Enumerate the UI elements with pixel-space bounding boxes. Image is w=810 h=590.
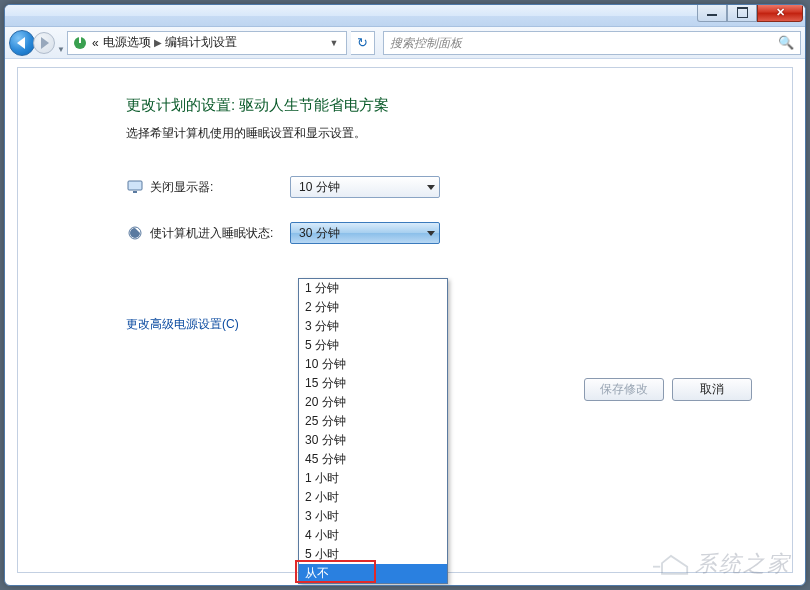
sleep-dropdown-list[interactable]: 1 分钟2 分钟3 分钟5 分钟10 分钟15 分钟20 分钟25 分钟30 分…	[298, 278, 448, 584]
address-dropdown-icon[interactable]: ▼	[326, 38, 342, 48]
breadcrumb-part1[interactable]: 电源选项	[103, 34, 151, 51]
minimize-button[interactable]	[697, 4, 727, 22]
turn-off-display-value: 10 分钟	[299, 179, 427, 196]
dropdown-option[interactable]: 2 小时	[299, 488, 447, 507]
dropdown-option[interactable]: 15 分钟	[299, 374, 447, 393]
chevron-down-icon	[427, 231, 435, 236]
dropdown-option[interactable]: 10 分钟	[299, 355, 447, 374]
row-turn-off-display: 关闭显示器: 10 分钟	[126, 176, 792, 198]
monitor-icon	[126, 178, 144, 196]
sleep-icon	[126, 224, 144, 242]
dropdown-option[interactable]: 30 分钟	[299, 431, 447, 450]
window-frame: ▼ « 电源选项 ▶ 编辑计划设置 ▼ ↻ 🔍 更改计划的设置: 驱动人生节能省…	[4, 4, 806, 586]
power-plan-icon	[72, 35, 88, 51]
titlebar	[5, 5, 805, 27]
close-button[interactable]	[757, 4, 803, 22]
chevron-down-icon	[427, 185, 435, 190]
advanced-power-settings-link[interactable]: 更改高级电源设置(C)	[126, 316, 239, 333]
address-bar[interactable]: « 电源选项 ▶ 编辑计划设置 ▼	[67, 31, 347, 55]
dropdown-option[interactable]: 5 分钟	[299, 336, 447, 355]
back-button[interactable]	[9, 30, 35, 56]
dropdown-option[interactable]: 从不	[299, 564, 447, 583]
svg-rect-2	[128, 181, 142, 190]
search-icon: 🔍	[778, 35, 794, 50]
dropdown-option[interactable]: 2 分钟	[299, 298, 447, 317]
dropdown-option[interactable]: 25 分钟	[299, 412, 447, 431]
dropdown-option[interactable]: 1 小时	[299, 469, 447, 488]
turn-off-display-combo[interactable]: 10 分钟	[290, 176, 440, 198]
search-input[interactable]	[390, 36, 778, 50]
nav-bar: ▼ « 电源选项 ▶ 编辑计划设置 ▼ ↻ 🔍	[5, 27, 805, 59]
svg-rect-3	[133, 191, 137, 193]
sleep-combo[interactable]: 30 分钟	[290, 222, 440, 244]
footer-buttons: 保存修改 取消	[584, 378, 752, 401]
svg-rect-1	[79, 37, 81, 43]
sleep-label: 使计算机进入睡眠状态:	[150, 225, 290, 242]
dropdown-option[interactable]: 3 小时	[299, 507, 447, 526]
maximize-button[interactable]	[727, 4, 757, 22]
dropdown-option[interactable]: 3 分钟	[299, 317, 447, 336]
dropdown-option[interactable]: 20 分钟	[299, 393, 447, 412]
dropdown-option[interactable]: 4 小时	[299, 526, 447, 545]
refresh-button[interactable]: ↻	[351, 31, 375, 55]
cancel-button[interactable]: 取消	[672, 378, 752, 401]
dropdown-option[interactable]: 5 小时	[299, 545, 447, 564]
window-controls	[697, 4, 803, 22]
save-button[interactable]: 保存修改	[584, 378, 664, 401]
nav-history: ▼	[9, 30, 63, 56]
page-title: 更改计划的设置: 驱动人生节能省电方案	[126, 96, 792, 115]
history-dropdown-icon[interactable]: ▼	[57, 45, 65, 54]
turn-off-display-label: 关闭显示器:	[150, 179, 290, 196]
dropdown-option[interactable]: 1 分钟	[299, 279, 447, 298]
forward-button[interactable]	[33, 32, 55, 54]
page-description: 选择希望计算机使用的睡眠设置和显示设置。	[126, 125, 792, 142]
chevron-right-icon: ▶	[154, 37, 162, 48]
sleep-value: 30 分钟	[299, 225, 427, 242]
row-sleep: 使计算机进入睡眠状态: 30 分钟	[126, 222, 792, 244]
dropdown-option[interactable]: 45 分钟	[299, 450, 447, 469]
search-box[interactable]: 🔍	[383, 31, 801, 55]
breadcrumb-prefix: «	[92, 36, 99, 50]
content-pane: 更改计划的设置: 驱动人生节能省电方案 选择希望计算机使用的睡眠设置和显示设置。…	[17, 67, 793, 573]
breadcrumb: « 电源选项 ▶ 编辑计划设置	[92, 34, 322, 51]
breadcrumb-part2[interactable]: 编辑计划设置	[165, 34, 237, 51]
